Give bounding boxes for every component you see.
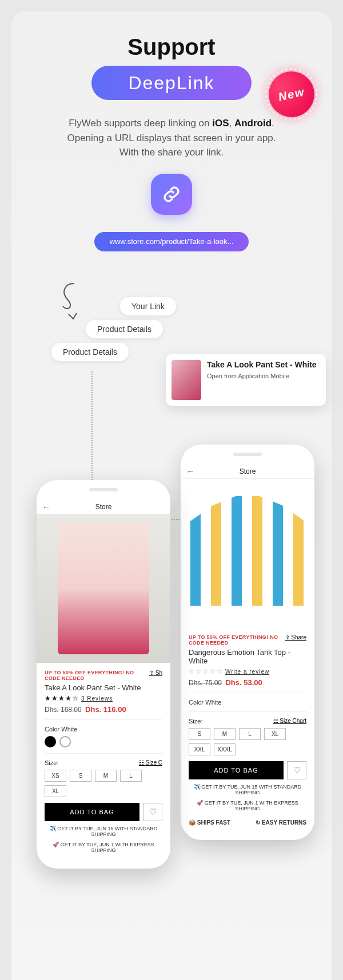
app-bar: ← Store bbox=[181, 464, 314, 479]
desc-part: FlyWeb supports deep linking on bbox=[69, 118, 212, 129]
app-title: Store bbox=[240, 467, 256, 475]
new-badge: New bbox=[265, 67, 319, 122]
price-new: Dhs. 53.00 bbox=[225, 678, 262, 687]
size-option[interactable]: XL bbox=[45, 785, 66, 797]
desc-line3: With the share your link. bbox=[119, 147, 224, 158]
color-label: Color White bbox=[189, 699, 306, 706]
wishlist-button[interactable]: ♡ bbox=[143, 803, 162, 821]
add-to-bag-button[interactable]: ADD TO BAG bbox=[189, 761, 284, 779]
write-review-link[interactable]: Write a review bbox=[225, 669, 269, 675]
notification-subtitle: Open from Application Mobile bbox=[207, 373, 317, 379]
description: FlyWeb supports deep linking on iOS, And… bbox=[29, 116, 314, 160]
color-swatch-white[interactable] bbox=[59, 736, 71, 747]
phone-mockup-right: ← Store ⇪ Share UP TO 50% OFF EVERYTHING… bbox=[181, 445, 314, 840]
app-title: Store bbox=[95, 503, 112, 511]
size-option[interactable]: S bbox=[70, 770, 91, 782]
size-option[interactable]: XXXL bbox=[214, 743, 236, 755]
product-title: Take A Look Pant Set - White bbox=[45, 683, 162, 692]
share-link[interactable]: ⇪ Share bbox=[285, 634, 306, 641]
size-option[interactable]: S bbox=[189, 728, 210, 740]
size-option[interactable]: M bbox=[214, 728, 236, 740]
promo-text: UP TO 50% OFF EVERYTHING! NO CODE NEEDED bbox=[45, 670, 162, 681]
color-swatch-black[interactable] bbox=[45, 736, 56, 747]
size-chart-link[interactable]: ☷ Size Chart bbox=[273, 718, 306, 724]
back-icon[interactable]: ← bbox=[42, 502, 50, 511]
price-new: Dhs. 116.00 bbox=[85, 705, 126, 714]
desc-android: Android bbox=[234, 118, 272, 129]
size-option[interactable]: L bbox=[120, 770, 142, 782]
deeplink-text: DeepLink bbox=[128, 73, 214, 94]
your-link-label: Your Link bbox=[120, 297, 176, 315]
desc-line2: Opening a URL displays that screen in yo… bbox=[67, 133, 276, 143]
add-to-bag-button[interactable]: ADD TO BAG bbox=[45, 803, 139, 821]
promo-page: Support DeepLink New FlyWeb supports dee… bbox=[11, 11, 332, 980]
app-bar: ← Store bbox=[37, 499, 170, 514]
shipping-info: 🚀 GET IT BY TUE, JUN 1 WITH EXPRESS SHIP… bbox=[189, 800, 306, 811]
desc-ios: iOS bbox=[212, 118, 229, 129]
notification-title: Take A Look Pant Set - White bbox=[207, 360, 317, 369]
shipping-info: ✈️ GET IT BY TUE, JUN 15 WITH STANDARD S… bbox=[189, 784, 306, 795]
color-label: Color White bbox=[45, 726, 162, 733]
rating-stars[interactable]: ☆☆☆☆☆Write a review bbox=[189, 667, 306, 675]
back-icon[interactable]: ← bbox=[186, 467, 194, 476]
desc-sep: , bbox=[229, 118, 234, 129]
size-option[interactable]: XL bbox=[264, 728, 286, 740]
product-image[interactable] bbox=[181, 479, 314, 627]
size-options: S M L XL XXL XXXL bbox=[189, 728, 306, 755]
reviews-link[interactable]: 3 Reviews bbox=[81, 695, 113, 702]
rating-stars[interactable]: ★★★★☆3 Reviews bbox=[45, 694, 162, 702]
share-link[interactable]: ⇪ Sh bbox=[149, 670, 162, 676]
size-option[interactable]: M bbox=[95, 770, 117, 782]
product-details-label-1: Product Details bbox=[86, 320, 163, 338]
curly-arrow-icon bbox=[57, 280, 86, 320]
new-badge-text: New bbox=[277, 85, 306, 103]
deeplink-pill: DeepLink New bbox=[91, 66, 252, 100]
size-option[interactable]: L bbox=[239, 728, 261, 740]
ships-fast-badge: 📦 SHIPS FAST bbox=[189, 819, 230, 826]
product-details-label-2: Product Details bbox=[51, 343, 129, 361]
price-old: Dhs. 168.00 bbox=[45, 706, 82, 714]
size-option[interactable]: XXL bbox=[189, 743, 210, 755]
easy-returns-badge: ↻ EASY RETURNS bbox=[256, 819, 306, 826]
shipping-info: ✈️ GET IT BY TUE, JUN 15 WITH STANDARD S… bbox=[45, 826, 162, 837]
url-pill[interactable]: www.store.com/product/Take-a-look... bbox=[94, 232, 249, 251]
wishlist-button[interactable]: ♡ bbox=[287, 761, 306, 779]
size-option[interactable]: XS bbox=[45, 770, 66, 782]
product-title: Dangerous Emotion Tank Top - White bbox=[189, 648, 306, 665]
product-image[interactable] bbox=[37, 514, 170, 663]
phone-mockup-left: ← Store ⇪ Sh UP TO 50% OFF EVERYTHING! N… bbox=[37, 480, 170, 869]
link-icon bbox=[151, 174, 192, 215]
size-chart-link[interactable]: ☷ Size C bbox=[139, 759, 162, 766]
size-options: XS S M L XL bbox=[45, 770, 162, 797]
desc-period: . bbox=[272, 118, 274, 129]
shipping-info: 🚀 GET IT BY TUE, JUN 1 WITH EXPRESS SHIP… bbox=[45, 842, 162, 853]
support-heading: Support bbox=[11, 34, 332, 60]
price-old: Dhs. 75.00 bbox=[189, 679, 222, 687]
